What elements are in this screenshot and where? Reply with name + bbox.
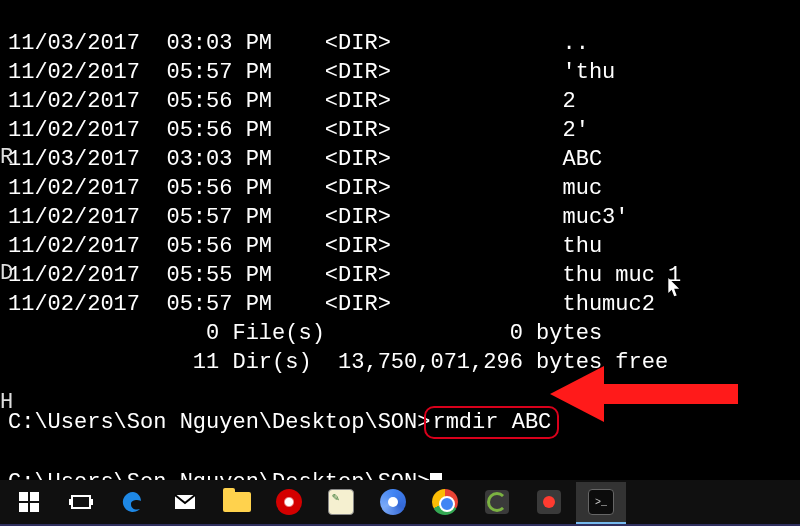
edge-glyph: H xyxy=(0,390,13,415)
dir-row: 11/02/2017 05:57 PM <DIR> muc3' xyxy=(8,205,629,230)
dir-row: 11/02/2017 05:57 PM <DIR> 'thu xyxy=(8,60,615,85)
svg-rect-3 xyxy=(30,503,39,512)
svg-rect-6 xyxy=(90,499,93,505)
dir-row: 11/03/2017 03:03 PM <DIR> .. xyxy=(8,31,589,56)
record-logo-icon xyxy=(537,490,561,514)
garena-icon[interactable] xyxy=(264,482,314,524)
mouse-cursor-icon xyxy=(668,278,682,303)
prompt-line-1: C:\Users\Son Nguyen\Desktop\SON>rmdir AB… xyxy=(8,410,553,435)
svg-rect-4 xyxy=(72,496,90,508)
dir-row: 11/02/2017 05:56 PM <DIR> 2' xyxy=(8,118,589,143)
dir-row: 11/02/2017 05:57 PM <DIR> thumuc2 xyxy=(8,292,655,317)
svg-rect-1 xyxy=(30,492,39,501)
summary-files: 0 File(s) 0 bytes xyxy=(8,321,602,346)
task-view-button[interactable] xyxy=(56,482,106,524)
chrome-logo-icon xyxy=(432,489,458,515)
notepadpp-icon[interactable]: ✎ xyxy=(316,482,366,524)
dir-row: 11/03/2017 03:03 PM <DIR> ABC xyxy=(8,147,602,172)
edge-glyph: D xyxy=(0,261,13,286)
prompt-path: C:\Users\Son Nguyen\Desktop\SON> xyxy=(8,410,430,435)
command-highlight: rmdir ABC xyxy=(424,406,559,439)
dir-row: 11/02/2017 05:56 PM <DIR> muc xyxy=(8,176,602,201)
file-explorer-icon[interactable] xyxy=(212,482,262,524)
folder-icon xyxy=(223,492,251,512)
camtasia-logo-icon xyxy=(485,490,509,514)
edge-glyph: R xyxy=(0,145,13,170)
dir-row: 11/02/2017 05:55 PM <DIR> thu muc 1 xyxy=(8,263,681,288)
start-button[interactable] xyxy=(4,482,54,524)
recorder-icon[interactable] xyxy=(524,482,574,524)
dir-row: 11/02/2017 05:56 PM <DIR> thu xyxy=(8,234,602,259)
chrome-icon[interactable] xyxy=(420,482,470,524)
svg-rect-5 xyxy=(69,499,72,505)
chromium-icon[interactable] xyxy=(368,482,418,524)
taskbar: ✎ >_ xyxy=(0,480,800,526)
mail-icon[interactable] xyxy=(160,482,210,524)
camtasia-icon[interactable] xyxy=(472,482,522,524)
cmd-icon: >_ xyxy=(588,489,614,515)
garena-logo-icon xyxy=(276,489,302,515)
cmd-taskbar-icon[interactable]: >_ xyxy=(576,482,626,524)
terminal-output[interactable]: 11/03/2017 03:03 PM <DIR> .. 11/02/2017 … xyxy=(0,0,800,480)
summary-dirs: 11 Dir(s) 13,750,071,296 bytes free xyxy=(8,350,668,375)
notepad-icon: ✎ xyxy=(328,489,354,515)
svg-rect-0 xyxy=(19,492,28,501)
dir-row: 11/02/2017 05:56 PM <DIR> 2 xyxy=(8,89,576,114)
command-text: rmdir ABC xyxy=(432,410,551,435)
chromium-logo-icon xyxy=(380,489,406,515)
edge-browser-icon[interactable] xyxy=(108,482,158,524)
svg-rect-2 xyxy=(19,503,28,512)
